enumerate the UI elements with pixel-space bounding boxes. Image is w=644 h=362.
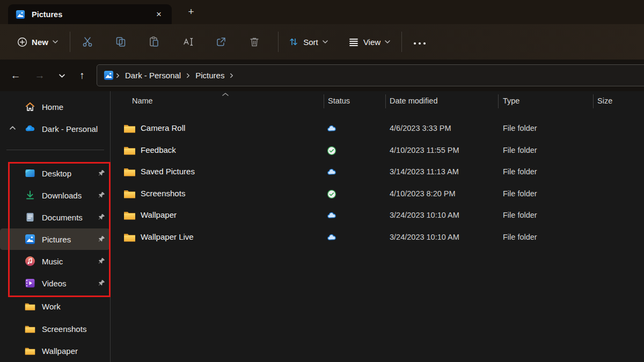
close-tab-icon[interactable]: × xyxy=(152,8,165,21)
ellipsis-icon xyxy=(413,37,427,47)
column-separator[interactable] xyxy=(324,94,324,108)
tab-pictures[interactable]: Pictures × xyxy=(8,4,172,24)
file-date-modified: 3/14/2023 11:13 AM xyxy=(390,167,459,176)
home-icon xyxy=(25,101,35,112)
cloud-status-icon xyxy=(327,211,336,220)
sidebar-item-pictures[interactable]: Pictures xyxy=(0,228,110,250)
sidebar-item-desktop[interactable]: Desktop xyxy=(0,162,110,184)
synced-status-icon xyxy=(327,189,336,199)
sidebar-item-documents[interactable]: Documents xyxy=(0,206,110,228)
share-button[interactable] xyxy=(210,31,232,53)
file-name: Wallpaper Live xyxy=(141,232,194,241)
synced-status-icon xyxy=(327,146,336,156)
file-type: File folder xyxy=(503,211,537,219)
file-row[interactable]: Saved Pictures 3/14/2023 11:13 AM File f… xyxy=(111,161,644,183)
column-header-type[interactable]: Type xyxy=(503,97,519,105)
copy-icon xyxy=(115,36,127,48)
column-header-name[interactable]: Name xyxy=(132,97,153,105)
breadcrumb-chevron-icon xyxy=(187,73,190,78)
cut-button[interactable] xyxy=(77,31,98,53)
up-button[interactable]: ↑ xyxy=(74,68,90,84)
command-toolbar: New Sort View xyxy=(0,24,644,60)
onedrive-cloud-icon xyxy=(25,123,35,134)
status-icon xyxy=(327,146,336,156)
expand-chevron-icon[interactable] xyxy=(10,125,16,131)
folder-icon xyxy=(123,211,136,220)
file-row[interactable]: Feedback 4/10/2023 11:55 PM File folder xyxy=(111,140,644,162)
file-date-modified: 3/24/2023 10:10 AM xyxy=(390,211,459,219)
view-button[interactable]: View xyxy=(342,31,396,53)
chevron-down-icon xyxy=(385,40,390,43)
titlebar: Pictures × + xyxy=(0,0,644,24)
sort-arrows-icon xyxy=(288,36,299,47)
status-icon xyxy=(327,167,336,177)
sidebar-item-onedrive[interactable]: Dark - Personal xyxy=(0,118,110,139)
sidebar-item-label: Wallpaper xyxy=(42,346,78,356)
sidebar-item-label: Downloads xyxy=(42,191,82,200)
sidebar-item-home[interactable]: Home xyxy=(0,96,110,117)
view-button-label: View xyxy=(363,38,380,47)
sidebar-item-music[interactable]: Music xyxy=(0,250,110,272)
sidebar-item-downloads[interactable]: Downloads xyxy=(0,184,110,206)
cloud-status-icon xyxy=(327,233,336,242)
breadcrumb-segment-pictures[interactable]: Pictures xyxy=(192,69,228,82)
sidebar-divider xyxy=(6,150,104,150)
file-date-modified: 4/6/2023 3:33 PM xyxy=(390,124,451,132)
new-button[interactable]: New xyxy=(10,31,65,53)
cloud-status-icon xyxy=(327,124,336,134)
address-bar[interactable]: Dark - Personal Pictures xyxy=(97,64,644,86)
breadcrumb-chevron-icon xyxy=(230,73,233,78)
file-type: File folder xyxy=(503,167,537,176)
delete-button[interactable] xyxy=(244,31,265,53)
recent-locations-button[interactable] xyxy=(54,68,70,84)
sidebar-item-label: Music xyxy=(42,257,63,266)
column-header-status[interactable]: Status xyxy=(328,97,350,105)
forward-button[interactable]: → xyxy=(32,68,48,84)
column-separator[interactable] xyxy=(593,94,594,108)
pin-icon xyxy=(98,279,105,286)
copy-button[interactable] xyxy=(110,31,131,53)
file-row[interactable]: Camera Roll 4/6/2023 3:33 PM File folder xyxy=(111,118,644,140)
paste-button[interactable] xyxy=(143,31,165,53)
file-name: Camera Roll xyxy=(141,123,185,132)
trash-icon xyxy=(248,36,260,48)
sidebar-item-videos[interactable]: Videos xyxy=(0,272,110,294)
file-row[interactable]: Screenshots 4/10/2023 8:20 PM File folde… xyxy=(111,183,644,205)
back-button[interactable]: ← xyxy=(8,68,24,84)
column-separator[interactable] xyxy=(385,94,386,108)
toolbar-separator xyxy=(70,32,70,52)
rename-icon xyxy=(182,36,194,48)
file-row[interactable]: Wallpaper Live 3/24/2023 10:10 AM File f… xyxy=(111,227,644,249)
file-name: Screenshots xyxy=(141,189,185,198)
sidebar-item-screenshots[interactable]: Screenshots xyxy=(0,318,110,339)
folder-icon xyxy=(123,124,136,133)
breadcrumb-segment-onedrive[interactable]: Dark - Personal xyxy=(122,69,184,82)
sidebar-item-label: Dark - Personal xyxy=(42,124,98,134)
status-icon xyxy=(327,211,336,220)
file-name: Saved Pictures xyxy=(141,167,195,176)
file-row[interactable]: Wallpaper 3/24/2023 10:10 AM File folder xyxy=(111,205,644,227)
new-button-label: New xyxy=(32,38,48,47)
file-name: Wallpaper xyxy=(141,210,177,219)
sidebar-item-wallpaper[interactable]: Wallpaper xyxy=(0,340,110,361)
sort-button-label: Sort xyxy=(303,38,318,47)
column-separator[interactable] xyxy=(498,94,499,108)
more-options-button[interactable] xyxy=(408,31,431,53)
music-icon xyxy=(25,256,35,267)
cloud-status-icon xyxy=(327,167,336,177)
paste-icon xyxy=(148,36,160,48)
sidebar-item-work[interactable]: Work xyxy=(0,295,110,317)
rename-button[interactable] xyxy=(177,31,199,53)
sidebar-item-label: Screenshots xyxy=(42,324,86,334)
videos-icon xyxy=(25,278,35,289)
column-header-size[interactable]: Size xyxy=(597,97,612,105)
pictures-icon xyxy=(25,234,35,245)
column-header-date-modified[interactable]: Date modified xyxy=(390,97,437,105)
file-type: File folder xyxy=(503,146,537,154)
sort-ascending-caret-icon xyxy=(222,92,229,97)
file-date-modified: 3/24/2023 10:10 AM xyxy=(390,233,459,241)
new-tab-button[interactable]: + xyxy=(182,5,200,19)
toolbar-separator xyxy=(278,32,279,52)
view-lines-icon xyxy=(348,36,359,47)
sort-button[interactable]: Sort xyxy=(283,31,333,53)
